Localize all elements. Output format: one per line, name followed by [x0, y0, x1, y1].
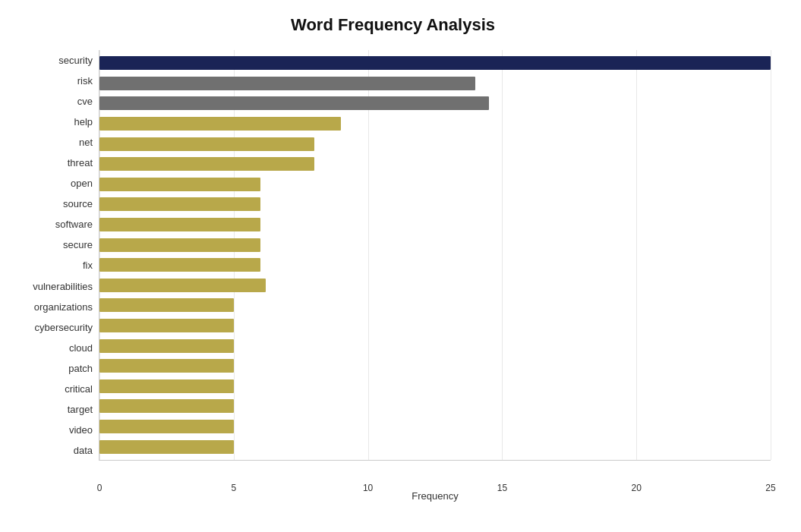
bar-row — [99, 297, 771, 313]
y-label: fix — [15, 260, 93, 270]
chart-container: Word Frequency Analysis securityriskcveh… — [0, 0, 801, 532]
x-axis-title: Frequency — [99, 490, 771, 502]
y-label: security — [15, 55, 93, 65]
bar — [99, 258, 260, 272]
bar-row — [99, 196, 771, 212]
y-label: software — [15, 219, 93, 229]
y-label: video — [15, 425, 93, 435]
y-label: risk — [15, 76, 93, 86]
bar — [99, 137, 314, 151]
bar-row — [99, 338, 771, 354]
y-label: organizations — [15, 302, 93, 312]
bar-row — [99, 136, 771, 153]
bar — [99, 157, 314, 171]
y-label: cve — [15, 96, 93, 106]
bar — [99, 77, 475, 90]
chart-area: securityriskcvehelpnetthreatopensourceso… — [15, 50, 771, 461]
bar — [99, 279, 266, 292]
bar — [99, 218, 260, 231]
bar-row — [99, 55, 771, 71]
bar — [99, 440, 234, 454]
y-labels: securityriskcvehelpnetthreatopensourceso… — [15, 50, 99, 461]
bar-row — [99, 176, 771, 193]
grid-line — [771, 50, 771, 460]
bar-row — [99, 378, 771, 395]
bar — [99, 339, 234, 353]
y-label: cybersecurity — [15, 323, 93, 332]
chart-title: Word Frequency Analysis — [15, 15, 771, 35]
bar-row — [99, 357, 771, 374]
bars-and-grid: 0510152025 Frequency — [99, 50, 771, 461]
bar-row — [99, 237, 771, 253]
bar-row — [99, 398, 771, 414]
y-label: source — [15, 199, 93, 209]
bar-row — [99, 156, 771, 172]
y-label: net — [15, 137, 93, 147]
bar — [99, 96, 489, 110]
bar-row — [99, 277, 771, 294]
y-label: open — [15, 178, 93, 188]
bar — [99, 379, 234, 393]
bar — [99, 298, 234, 312]
y-label: help — [15, 117, 93, 127]
bar-row — [99, 75, 771, 92]
bar — [99, 178, 260, 191]
bar-row — [99, 95, 771, 112]
bar-row — [99, 317, 771, 334]
bar — [99, 420, 234, 433]
y-label: cloud — [15, 343, 93, 353]
bar — [99, 56, 771, 70]
bar-row — [99, 257, 771, 273]
bar — [99, 319, 234, 332]
y-label: target — [15, 405, 93, 414]
y-label: secure — [15, 240, 93, 250]
y-label: patch — [15, 364, 93, 373]
bar — [99, 359, 234, 373]
bar-row — [99, 216, 771, 233]
bar — [99, 197, 260, 211]
y-label: data — [15, 445, 93, 455]
y-label: vulnerabilities — [15, 282, 93, 291]
bar — [99, 117, 341, 131]
y-label: critical — [15, 384, 93, 394]
bar-row — [99, 418, 771, 435]
bar-row — [99, 439, 771, 455]
bars-wrapper — [99, 50, 771, 460]
bar-row — [99, 115, 771, 132]
bar — [99, 399, 234, 413]
y-label: threat — [15, 158, 93, 168]
bar — [99, 238, 260, 252]
